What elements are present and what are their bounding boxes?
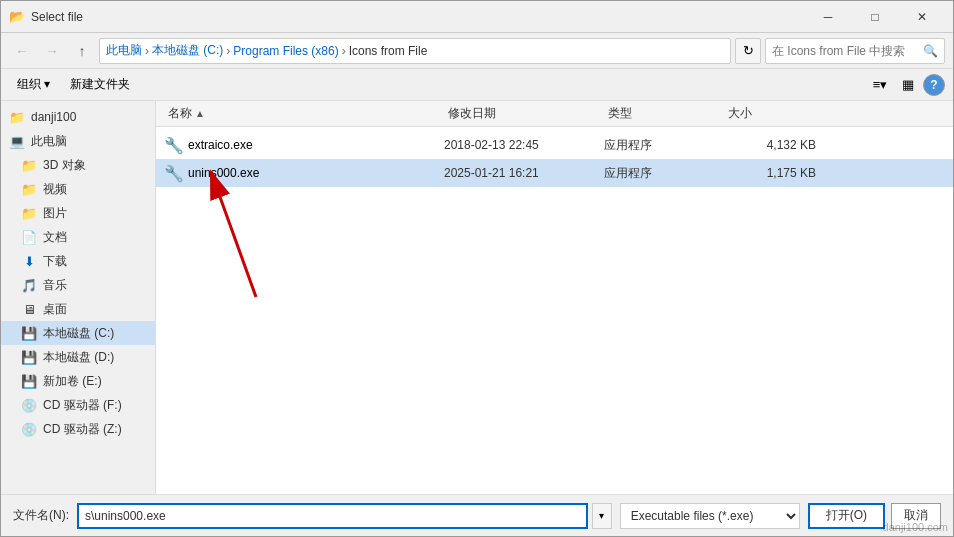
sidebar-item-local-d[interactable]: 💾 本地磁盘 (D:) (1, 345, 155, 369)
refresh-button[interactable]: ↻ (735, 38, 761, 64)
sidebar-label-local-e: 新加卷 (E:) (43, 373, 102, 390)
sidebar-label-cd-z: CD 驱动器 (Z:) (43, 421, 122, 438)
sidebar-label-3d: 3D 对象 (43, 157, 86, 174)
local-c-icon: 💾 (21, 325, 37, 341)
filename-label: 文件名(N): (13, 507, 69, 524)
desktop-icon: 🖥 (21, 301, 37, 317)
local-e-icon: 💾 (21, 373, 37, 389)
picture-icon: 📁 (21, 205, 37, 221)
sidebar-item-local-c[interactable]: 💾 本地磁盘 (C:) (1, 321, 155, 345)
music-icon: 🎵 (21, 277, 37, 293)
local-d-icon: 💾 (21, 349, 37, 365)
sidebar-label-download: 下载 (43, 253, 67, 270)
sort-arrow: ▲ (195, 108, 205, 119)
sidebar: 📁 danji100 💻 此电脑 📁 3D 对象 📁 视频 📁 图片 📄 (1, 101, 156, 494)
cancel-button[interactable]: 取消 (891, 503, 941, 529)
sidebar-item-cd-f[interactable]: 💿 CD 驱动器 (F:) (1, 393, 155, 417)
cd-f-icon: 💿 (21, 397, 37, 413)
forward-button[interactable]: → (39, 38, 65, 64)
sidebar-item-download[interactable]: ⬇ 下载 (1, 249, 155, 273)
list-view-button[interactable]: ≡▾ (867, 73, 893, 97)
breadcrumb-pc[interactable]: 此电脑 (106, 42, 142, 59)
breadcrumb[interactable]: 此电脑 › 本地磁盘 (C:) › Program Files (x86) › … (99, 38, 731, 64)
sidebar-label-danji100: danji100 (31, 110, 76, 124)
file-type-0: 应用程序 (604, 137, 724, 154)
sidebar-label-local-c: 本地磁盘 (C:) (43, 325, 114, 342)
file-list-header: 名称 ▲ 修改日期 类型 大小 (156, 101, 953, 127)
minimize-button[interactable]: ─ (805, 1, 851, 33)
file-entries: 🔧 extraico.exe 2018-02-13 22:45 应用程序 4,1… (156, 127, 953, 494)
title-text: Select file (31, 10, 805, 24)
sidebar-item-video[interactable]: 📁 视频 (1, 177, 155, 201)
up-button[interactable]: ↑ (69, 38, 95, 64)
sidebar-item-danji100[interactable]: 📁 danji100 (1, 105, 155, 129)
grid-view-button[interactable]: ▦ (895, 73, 921, 97)
sidebar-label-document: 文档 (43, 229, 67, 246)
breadcrumb-c[interactable]: 本地磁盘 (C:) (152, 42, 223, 59)
search-icon: 🔍 (923, 44, 938, 58)
title-controls: ─ □ ✕ (805, 1, 945, 33)
file-size-0: 4,132 KB (724, 138, 824, 152)
document-icon: 📄 (21, 229, 37, 245)
sidebar-label-music: 音乐 (43, 277, 67, 294)
search-input[interactable] (772, 44, 923, 58)
sidebar-item-music[interactable]: 🎵 音乐 (1, 273, 155, 297)
file-list: 名称 ▲ 修改日期 类型 大小 🔧 extraico.exe 20 (156, 101, 953, 494)
file-icon-0: 🔧 (164, 135, 184, 155)
danji100-icon: 📁 (9, 109, 25, 125)
sidebar-label-picture: 图片 (43, 205, 67, 222)
file-name-0: extraico.exe (188, 138, 444, 152)
help-button[interactable]: ? (923, 74, 945, 96)
sidebar-item-document[interactable]: 📄 文档 (1, 225, 155, 249)
file-type-1: 应用程序 (604, 165, 724, 182)
svg-line-1 (211, 172, 256, 297)
title-icon: 📂 (9, 9, 25, 25)
search-bar[interactable]: 🔍 (765, 38, 945, 64)
bottom-bar: 文件名(N): ▾ Executable files (*.exe) 打开(O)… (1, 494, 953, 536)
file-date-1: 2025-01-21 16:21 (444, 166, 604, 180)
filename-dropdown-button[interactable]: ▾ (592, 503, 612, 529)
sidebar-label-video: 视频 (43, 181, 67, 198)
sidebar-item-picture[interactable]: 📁 图片 (1, 201, 155, 225)
cd-z-icon: 💿 (21, 421, 37, 437)
filename-input-wrap: ▾ (77, 503, 612, 529)
sidebar-label-cd-f: CD 驱动器 (F:) (43, 397, 122, 414)
view-buttons: ≡▾ ▦ ? (867, 73, 945, 97)
sidebar-item-thispc[interactable]: 💻 此电脑 (1, 129, 155, 153)
sidebar-item-desktop[interactable]: 🖥 桌面 (1, 297, 155, 321)
new-folder-button[interactable]: 新建文件夹 (62, 73, 138, 97)
file-date-0: 2018-02-13 22:45 (444, 138, 604, 152)
title-bar: 📂 Select file ─ □ ✕ (1, 1, 953, 33)
maximize-button[interactable]: □ (852, 1, 898, 33)
breadcrumb-programfiles[interactable]: Program Files (x86) (233, 44, 338, 58)
col-header-type[interactable]: 类型 (604, 101, 724, 126)
file-size-1: 1,175 KB (724, 166, 824, 180)
breadcrumb-current: Icons from File (349, 44, 428, 58)
file-name-1: unins000.exe (188, 166, 444, 180)
filename-input[interactable] (77, 503, 588, 529)
file-dialog-window: 📂 Select file ─ □ ✕ ← → ↑ 此电脑 › 本地磁盘 (C:… (0, 0, 954, 537)
video-icon: 📁 (21, 181, 37, 197)
back-button[interactable]: ← (9, 38, 35, 64)
filetype-select-wrap: Executable files (*.exe) (620, 503, 800, 529)
sidebar-item-local-e[interactable]: 💾 新加卷 (E:) (1, 369, 155, 393)
col-header-date[interactable]: 修改日期 (444, 101, 604, 126)
close-button[interactable]: ✕ (899, 1, 945, 33)
table-row[interactable]: 🔧 extraico.exe 2018-02-13 22:45 应用程序 4,1… (156, 131, 953, 159)
action-buttons: 打开(O) 取消 (808, 503, 941, 529)
sidebar-label-local-d: 本地磁盘 (D:) (43, 349, 114, 366)
download-icon: ⬇ (21, 253, 37, 269)
sidebar-item-cd-z[interactable]: 💿 CD 驱动器 (Z:) (1, 417, 155, 441)
sidebar-label-desktop: 桌面 (43, 301, 67, 318)
col-header-size[interactable]: 大小 (724, 101, 824, 126)
thispc-icon: 💻 (9, 133, 25, 149)
col-header-name[interactable]: 名称 ▲ (164, 101, 444, 126)
main-area: 📁 danji100 💻 此电脑 📁 3D 对象 📁 视频 📁 图片 📄 (1, 101, 953, 494)
filetype-select[interactable]: Executable files (*.exe) (620, 503, 800, 529)
sidebar-item-3d[interactable]: 📁 3D 对象 (1, 153, 155, 177)
sub-toolbar: 组织 ▾ 新建文件夹 ≡▾ ▦ ? (1, 69, 953, 101)
organize-button[interactable]: 组织 ▾ (9, 73, 58, 97)
table-row[interactable]: 🔧 unins000.exe 2025-01-21 16:21 应用程序 1,1… (156, 159, 953, 187)
open-button[interactable]: 打开(O) (808, 503, 885, 529)
3d-icon: 📁 (21, 157, 37, 173)
